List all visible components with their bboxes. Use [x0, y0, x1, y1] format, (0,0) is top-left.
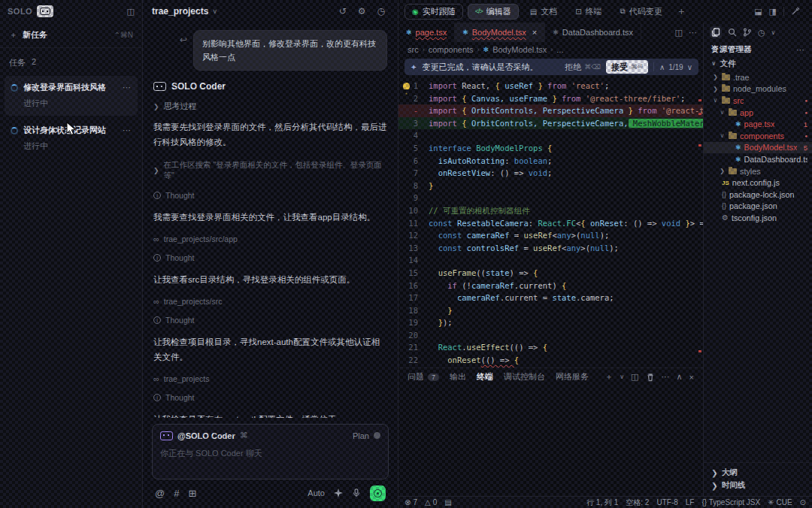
tab-live-follow[interactable]: ◉ 实时跟随	[404, 4, 463, 20]
tab-output[interactable]: 输出	[450, 371, 466, 383]
revert-message-icon[interactable]: ↩	[180, 35, 187, 45]
attach-image-icon[interactable]: ⊞	[188, 488, 196, 499]
new-terminal-icon[interactable]: ＋	[604, 371, 613, 383]
code-line[interactable]: 13 const controlsRef = useRef<any>(null)…	[398, 242, 703, 255]
tab-problems[interactable]: 问题 7	[408, 371, 439, 383]
close-panel-icon[interactable]: ×	[689, 373, 694, 382]
task-menu-icon[interactable]: ⋯	[123, 125, 132, 135]
code-line[interactable]: 19 });	[398, 316, 703, 329]
code-line[interactable]: 16 if (!cameraRef.current) {	[398, 280, 703, 292]
code-line[interactable]: 20	[398, 329, 703, 342]
tree-item-DataDashboard.tsx[interactable]: ✱DataDashboard.tsx	[704, 153, 812, 165]
maximize-panel-icon[interactable]: ∧	[677, 372, 683, 382]
tree-item-package.json[interactable]: {}package.json	[704, 201, 812, 213]
breadcrumb-components[interactable]: components	[429, 45, 474, 54]
code-line[interactable]: 4	[398, 129, 703, 142]
prev-change-icon[interactable]: ∧	[659, 63, 665, 71]
tab-network[interactable]: 网络服务	[556, 371, 589, 383]
code-line[interactable]: 15 useFrame((state) => {	[398, 267, 703, 280]
cursor-position[interactable]: 行 1, 列 1	[586, 497, 618, 508]
editor-tab-page[interactable]: ✱ page.tsx	[398, 23, 455, 42]
tree-item-next.config.js[interactable]: JSnext.config.js	[704, 177, 812, 189]
errors-indicator[interactable]: ⊗ 7	[404, 498, 417, 506]
code-line[interactable]: 6 isAutoRotating: boolean;	[398, 155, 703, 168]
agent-mention-chip[interactable]: @SOLO Coder	[177, 431, 235, 440]
model-mode-selector[interactable]: Auto	[308, 488, 325, 497]
customize-layout-icon[interactable]	[791, 7, 800, 16]
tree-item-package-lock.json[interactable]: {}package-lock.json	[704, 189, 812, 201]
code-line[interactable]: 10// 可重置的相机控制器组件	[398, 204, 703, 217]
breadcrumb-symbol[interactable]: ...	[556, 45, 563, 54]
folder-link-row[interactable]: ∞trae_projects	[153, 374, 387, 383]
code-editor[interactable]: 1import React, { useRef } from 'react';2…	[398, 77, 703, 367]
code-line[interactable]: 17 cameraRef.current = state.camera;	[398, 292, 703, 304]
chat-input-box[interactable]: @SOLO Coder ⌘ Plan 你正在与 SOLO Coder 聊天	[152, 424, 389, 479]
kill-terminal-icon[interactable]	[646, 373, 655, 382]
next-change-icon[interactable]: ∨	[687, 63, 692, 71]
encoding[interactable]: UTF-8	[656, 498, 677, 506]
tree-item-page.tsx[interactable]: ✱page.tsx1	[704, 118, 812, 130]
toggle-task-panel-icon[interactable]: ◫	[127, 7, 135, 17]
lightbulb-quickfix-icon[interactable]	[403, 83, 410, 89]
add-view-icon[interactable]: ＋	[674, 5, 689, 18]
warnings-indicator[interactable]: △ 0	[425, 498, 437, 506]
terminal-dropdown-icon[interactable]: ∨	[620, 373, 624, 380]
sparkle-icon[interactable]	[334, 488, 343, 497]
code-line[interactable]: 14	[398, 254, 703, 267]
settings-gear-icon[interactable]: ⚙	[354, 6, 370, 17]
toggle-right-sidebar-icon[interactable]: ◨	[769, 7, 777, 17]
outline-section-toggle[interactable]: ❯大纲	[704, 466, 812, 479]
code-line[interactable]: 8}	[398, 180, 703, 192]
folder-link-row[interactable]: ∞trae_projects/src/app	[153, 234, 387, 243]
project-name[interactable]: trae_projects	[152, 6, 208, 17]
breadcrumb-src[interactable]: src	[408, 45, 419, 54]
editor-tab-datadashboard[interactable]: ✱ DataDashboard.tsx	[545, 23, 641, 42]
terminal-content[interactable]	[398, 386, 703, 496]
project-chevron-icon[interactable]: ∨	[212, 8, 217, 15]
task-menu-icon[interactable]: ⋯	[123, 83, 132, 92]
code-line[interactable]: 18 }	[398, 304, 703, 317]
source-control-icon[interactable]	[743, 28, 752, 37]
mention-at-icon[interactable]: @	[155, 488, 165, 499]
thinking-process-toggle[interactable]: ❯ 思考过程	[153, 101, 387, 112]
more-actions-icon[interactable]: ⋯	[689, 28, 697, 38]
code-line[interactable]: 11const ResetableCamera: React.FC<{ onRe…	[398, 217, 703, 230]
reject-changes-button[interactable]: 拒绝⌘⌫	[565, 62, 601, 73]
more-views-chevron-icon[interactable]: ∨	[771, 29, 776, 36]
history-clock-icon[interactable]: ◷	[374, 6, 389, 17]
accept-changes-button[interactable]: 接受⌘⏎	[606, 60, 648, 74]
tab-editor[interactable]: </> 编辑器	[468, 4, 519, 20]
close-tab-icon[interactable]: ×	[532, 28, 537, 37]
split-editor-icon[interactable]: ◫	[675, 28, 683, 38]
context-hash-icon[interactable]: #	[174, 488, 179, 499]
tab-debug-console[interactable]: 调试控制台	[504, 371, 545, 383]
tree-item-styles[interactable]: ❯styles	[704, 165, 812, 177]
code-line[interactable]: 12 const cameraRef = useRef<any>(null);	[398, 229, 703, 242]
tab-terminal[interactable]: ⊡ 终端	[568, 4, 608, 20]
tree-item-app[interactable]: ∨app●	[704, 107, 812, 119]
breadcrumb-file[interactable]: BodyModel.tsx	[492, 45, 547, 54]
tree-item-components[interactable]: ∨components●	[704, 130, 812, 142]
code-line[interactable]: 9	[398, 192, 703, 204]
code-line[interactable]: 3import { OrbitControls, PerspectiveCame…	[398, 117, 703, 130]
files-section-toggle[interactable]: ∨ 文件	[704, 57, 812, 70]
tree-item-BodyModel.tsx[interactable]: ✱BodyModel.tsx5	[704, 142, 812, 154]
folder-link-row[interactable]: ∞trae_projects/src	[153, 297, 387, 306]
tab-code-changes[interactable]: ⧉ 代码变更	[614, 4, 669, 20]
plan-mode-label[interactable]: Plan	[353, 431, 369, 440]
plan-toggle[interactable]	[374, 432, 380, 439]
code-line[interactable]: 2import { Canvas, useFrame } from '@reac…	[398, 92, 703, 105]
explorer-files-icon[interactable]	[710, 26, 722, 38]
stop-send-button[interactable]	[370, 485, 386, 501]
tree-item-tsconfig.json[interactable]: ⚙tsconfig.json	[704, 212, 812, 224]
new-task-button[interactable]: ＋ 新任务 ⌃⌘N	[0, 23, 142, 48]
code-line[interactable]: 22 onReset(() => {	[398, 354, 703, 367]
history-clock-icon[interactable]: ◷	[758, 28, 765, 38]
tab-docs[interactable]: ▤ 文档	[523, 4, 564, 20]
task-card[interactable]: 修改登录界面科技风格⋯进行中	[5, 76, 138, 116]
tree-item-.trae[interactable]: ❯.trae	[704, 71, 812, 83]
indent-setting[interactable]: 空格: 2	[626, 497, 649, 508]
tree-item-node_modules[interactable]: ❯node_modules	[704, 83, 812, 95]
tree-item-src[interactable]: ∨src●	[704, 95, 812, 107]
code-line[interactable]: 7 onResetView: () => void;	[398, 167, 703, 180]
